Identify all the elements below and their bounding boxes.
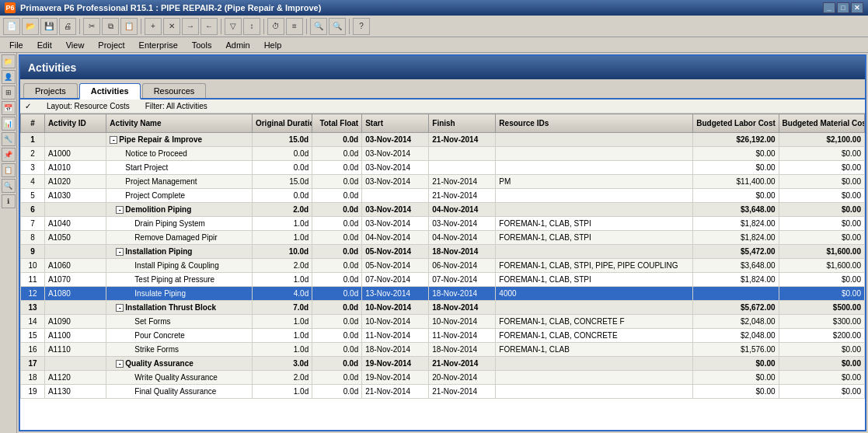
project-menu[interactable]: Project	[92, 40, 131, 51]
table-row[interactable]: 19A1130Final Quality Assurance1.0d0.0d21…	[21, 385, 865, 399]
sidebar-wrench-icon[interactable]: 🔧	[2, 132, 16, 146]
indent-button[interactable]: →	[182, 18, 199, 35]
print-button[interactable]: 🖨	[59, 18, 76, 35]
filter-button[interactable]: ▽	[225, 18, 242, 35]
tools-menu[interactable]: Tools	[186, 40, 218, 51]
zoom-in-button[interactable]: 🔍	[310, 18, 327, 35]
delete-button[interactable]: ✕	[163, 18, 180, 35]
tab-activities[interactable]: Activities	[79, 83, 141, 100]
table-row[interactable]: 5A1030Project Complete0.0d0.0d21-Nov-201…	[21, 189, 865, 203]
outdent-button[interactable]: ←	[200, 18, 218, 35]
sidebar-chart-icon[interactable]: 📊	[2, 117, 16, 131]
table-row[interactable]: 18A1120Write Quality Assurance2.0d0.0d19…	[21, 371, 865, 385]
sidebar-info-icon[interactable]: ℹ	[2, 194, 16, 208]
tab-projects[interactable]: Projects	[23, 83, 78, 98]
table-row[interactable]: 10A1060Install Piping & Coupling2.0d0.0d…	[21, 259, 865, 273]
sidebar-grid-icon[interactable]: ⊞	[2, 86, 16, 100]
col-header-num[interactable]: #	[21, 114, 45, 133]
row-actid	[44, 203, 106, 217]
new-button[interactable]: 📄	[3, 18, 20, 35]
expander-icon[interactable]: -	[116, 248, 124, 256]
sidebar-clipboard-icon[interactable]: 📋	[2, 163, 16, 177]
window-controls[interactable]: _ □ ✕	[823, 2, 863, 13]
table-row[interactable]: 3A1010Start Project0.0d0.0d03-Nov-2014$0…	[21, 161, 865, 175]
row-finish: 18-Nov-2014	[429, 301, 496, 315]
row-budlabor: $3,648.00	[693, 203, 779, 217]
expander-icon[interactable]: -	[116, 360, 124, 368]
col-header-finish[interactable]: Finish	[429, 114, 496, 133]
row-resource: FOREMAN-1, CLAB, CONCRETE F	[496, 315, 693, 329]
paste-button[interactable]: 📋	[120, 18, 138, 35]
sidebar-magnify-icon[interactable]: 🔍	[2, 179, 16, 193]
table-row[interactable]: 14A1090Set Forms1.0d0.0d10-Nov-201410-No…	[21, 315, 865, 329]
row-budlabor: $0.00	[693, 357, 779, 371]
save-button[interactable]: 💾	[40, 18, 58, 35]
sidebar-pin-icon[interactable]: 📌	[2, 148, 16, 162]
col-header-totalfloat[interactable]: Total Float	[312, 114, 362, 133]
col-header-actname[interactable]: Activity Name	[106, 114, 253, 133]
row-actname: Pour Concrete	[106, 329, 253, 343]
table-row[interactable]: 2A1000Notice to Proceed0.0d0.0d03-Nov-20…	[21, 147, 865, 161]
layout-label: Layout: Resource Costs	[47, 102, 130, 110]
table-row[interactable]: 15A1100Pour Concrete1.0d0.0d11-Nov-20141…	[21, 329, 865, 343]
sidebar-calendar-icon[interactable]: 📅	[2, 101, 16, 115]
row-budlabor: $0.00	[693, 147, 779, 161]
copy-button[interactable]: ⧉	[102, 18, 119, 35]
table-row[interactable]: 12A1080Insulate Piping4.0d0.0d13-Nov-201…	[21, 287, 865, 301]
row-num: 18	[21, 371, 45, 385]
col-header-actid[interactable]: Activity ID	[44, 114, 106, 133]
help-menu[interactable]: Help	[258, 40, 288, 51]
edit-menu[interactable]: Edit	[31, 40, 58, 51]
schedule-button[interactable]: ⏱	[267, 18, 284, 35]
row-actname: Project Management	[106, 175, 253, 189]
table-row[interactable]: 9-Installation Piping10.0d0.0d05-Nov-201…	[21, 245, 865, 259]
sidebar-folder-icon[interactable]: 📁	[2, 54, 16, 68]
help-button[interactable]: ?	[353, 18, 370, 35]
maximize-button[interactable]: □	[837, 2, 849, 13]
expander-icon[interactable]: -	[116, 206, 124, 214]
row-origdur: 4.0d	[252, 287, 312, 301]
row-totalfloat: 0.0d	[312, 287, 362, 301]
table-row[interactable]: 4A1020Project Management15.0d0.0d03-Nov-…	[21, 175, 865, 189]
cut-button[interactable]: ✂	[83, 18, 100, 35]
row-num: 12	[21, 287, 45, 301]
table-row[interactable]: 8A1050Remove Damaged Pipir1.0d0.0d04-Nov…	[21, 231, 865, 245]
view-menu[interactable]: View	[60, 40, 91, 51]
table-row[interactable]: 16A1110Strike Forms1.0d0.0d18-Nov-201418…	[21, 343, 865, 357]
col-header-budlabor[interactable]: Budgeted Labor Cost	[693, 114, 779, 133]
col-header-start[interactable]: Start	[362, 114, 429, 133]
tab-resources[interactable]: Resources	[142, 83, 207, 98]
row-num: 2	[21, 147, 45, 161]
row-num: 11	[21, 273, 45, 287]
row-budlabor: $0.00	[693, 161, 779, 175]
table-row[interactable]: 11A1070Test Piping at Pressure1.0d0.0d07…	[21, 273, 865, 287]
row-finish: 18-Nov-2014	[429, 245, 496, 259]
add-button[interactable]: +	[145, 18, 162, 35]
zoom-out-button[interactable]: 🔍	[329, 18, 346, 35]
col-header-budmat[interactable]: Budgeted Material Cost	[779, 114, 864, 133]
table-row[interactable]: 7A1040Drain Piping System1.0d0.0d03-Nov-…	[21, 217, 865, 231]
row-origdur: 1.0d	[252, 329, 312, 343]
close-button[interactable]: ✕	[851, 2, 863, 13]
table-row[interactable]: 13-Installation Thrust Block7.0d0.0d10-N…	[21, 301, 865, 315]
col-header-resource[interactable]: Resource IDs	[496, 114, 693, 133]
row-actid: A1050	[44, 231, 106, 245]
col-header-origdur[interactable]: Original Duration	[252, 114, 312, 133]
admin-menu[interactable]: Admin	[219, 40, 256, 51]
expander-icon[interactable]: -	[110, 136, 117, 144]
activities-table-container[interactable]: # Activity ID Activity Name Original Dur…	[20, 113, 865, 430]
row-totalfloat: 0.0d	[312, 357, 362, 371]
row-budmat: $0.00	[779, 161, 864, 175]
minimize-button[interactable]: _	[823, 2, 835, 13]
row-origdur: 0.0d	[252, 189, 312, 203]
table-row[interactable]: 1-Pipe Repair & Improve15.0d0.0d03-Nov-2…	[21, 133, 865, 147]
table-row[interactable]: 6-Demolition Piping2.0d0.0d03-Nov-201404…	[21, 203, 865, 217]
sidebar-person-icon[interactable]: 👤	[2, 70, 16, 84]
level-button[interactable]: ≡	[286, 18, 303, 35]
file-menu[interactable]: File	[3, 40, 30, 51]
open-button[interactable]: 📂	[22, 18, 39, 35]
sort-button[interactable]: ↕	[243, 18, 260, 35]
table-row[interactable]: 17-Quality Assurance3.0d0.0d19-Nov-20142…	[21, 357, 865, 371]
enterprise-menu[interactable]: Enterprise	[133, 40, 184, 51]
expander-icon[interactable]: -	[116, 304, 124, 312]
